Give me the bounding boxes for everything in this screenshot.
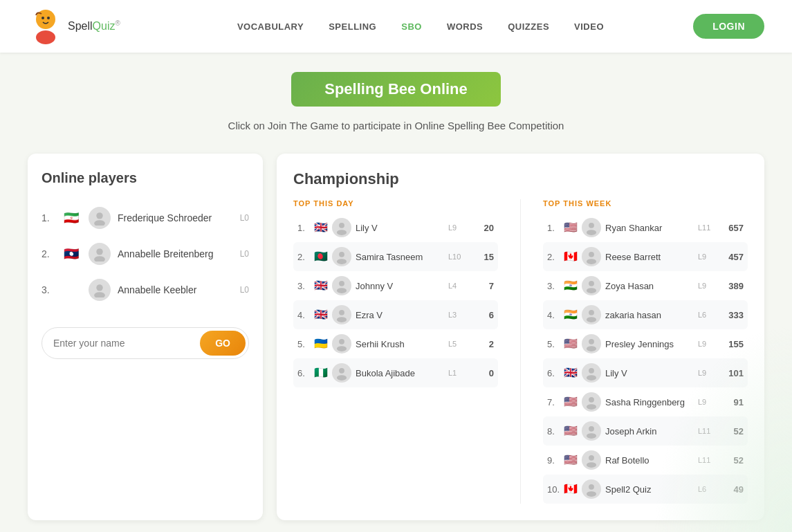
- svg-point-17: [337, 317, 347, 322]
- champ-level: L9: [698, 398, 717, 406]
- champ-avatar: [332, 363, 351, 383]
- championship-row: 10. 🇨🇦 Spell2 Quiz L6 49: [543, 475, 748, 504]
- champ-flag-icon: 🇺🇸: [564, 222, 578, 233]
- championship-row: 7. 🇺🇸 Sasha Ringgenberg L9 91: [543, 387, 748, 416]
- nav-video[interactable]: VIDEO: [574, 21, 604, 32]
- svg-point-28: [589, 310, 594, 315]
- champ-score: 657: [721, 223, 744, 233]
- svg-point-10: [339, 223, 344, 228]
- champ-avatar: [332, 334, 351, 354]
- champ-name: Zoya Hasan: [605, 281, 694, 291]
- champ-rank: 6.: [547, 368, 560, 378]
- champ-rank: 1.: [297, 223, 310, 233]
- champ-name: Bukola Ajibade: [356, 368, 444, 378]
- champ-flag-icon: 🇺🇦: [314, 338, 328, 349]
- champ-score: 155: [721, 339, 744, 349]
- champ-level: L6: [698, 485, 717, 493]
- championship-row: 3. 🇬🇧 Johnny V L4 7: [293, 271, 498, 300]
- champ-score: 15: [472, 252, 494, 262]
- champ-score: 457: [721, 252, 744, 262]
- champ-name: Johnny V: [356, 281, 444, 291]
- champ-score: 6: [472, 310, 494, 320]
- champ-rank: 7.: [547, 397, 560, 407]
- champ-avatar: [582, 479, 601, 499]
- championship-row: 8. 🇺🇸 Joseph Arkin L11 52: [543, 416, 748, 446]
- champ-rank: 2.: [547, 252, 560, 262]
- svg-point-40: [589, 484, 594, 490]
- svg-point-22: [589, 223, 594, 228]
- champ-score: 91: [721, 397, 744, 407]
- svg-point-25: [587, 259, 596, 264]
- championship-row: 6. 🇳🇬 Bukola Ajibade L1 0: [293, 358, 498, 387]
- top-this-week-header: TOP THIS WEEK: [543, 199, 748, 208]
- championship-row: 4. 🇮🇳 zakaria hasan L6 333: [543, 300, 748, 329]
- nav-quizzes[interactable]: QUIZZES: [508, 21, 549, 32]
- player-avatar: [89, 207, 111, 229]
- online-players-list: 1. 🇮🇷 Frederique Schroeder L0 2. 🇱🇦 Anna…: [42, 200, 249, 308]
- nav-words[interactable]: WORDS: [447, 21, 483, 32]
- svg-point-24: [589, 252, 594, 257]
- logo-spell: Spell: [68, 21, 93, 33]
- svg-point-38: [589, 455, 594, 461]
- main-nav: VOCABULARY SPELLING SBO WORDS QUIZZES VI…: [148, 21, 693, 32]
- top-this-day-header: TOP THIS DAY: [293, 199, 498, 208]
- champ-avatar: [332, 218, 351, 237]
- championship-row: 4. 🇬🇧 Ezra V L3 6: [293, 300, 498, 329]
- svg-point-20: [339, 368, 344, 374]
- champ-level: L9: [698, 282, 717, 290]
- champ-flag-icon: 🇮🇳: [564, 309, 578, 320]
- svg-point-1: [36, 30, 55, 44]
- champ-flag-icon: 🇨🇦: [564, 484, 578, 495]
- champ-level: L9: [448, 223, 468, 232]
- svg-point-9: [94, 292, 105, 297]
- nav-sbo[interactable]: SBO: [401, 21, 422, 32]
- nav-vocabulary[interactable]: VOCABULARY: [237, 21, 304, 32]
- svg-point-41: [587, 491, 596, 497]
- player-name: Annabelle Breitenberg: [118, 248, 233, 259]
- svg-point-21: [337, 375, 347, 380]
- champ-level: L3: [448, 311, 468, 319]
- champ-avatar: [332, 305, 351, 324]
- champ-level: L9: [698, 253, 717, 261]
- champ-rank: 5.: [547, 339, 560, 349]
- champ-name: Raf Botello: [605, 455, 694, 466]
- champ-avatar: [332, 276, 351, 295]
- svg-point-29: [587, 317, 596, 322]
- svg-point-33: [587, 375, 596, 380]
- svg-point-27: [587, 288, 596, 293]
- header: SpellQuiz® VOCABULARY SPELLING SBO WORDS…: [0, 0, 792, 53]
- nav-spelling[interactable]: SPELLING: [329, 21, 376, 32]
- player-level: L0: [240, 213, 249, 223]
- go-button[interactable]: GO: [200, 331, 246, 356]
- champ-level: L6: [698, 311, 717, 319]
- login-button[interactable]: LOGIN: [693, 14, 764, 39]
- svg-point-13: [337, 259, 347, 264]
- svg-point-36: [589, 426, 594, 432]
- logo-text: SpellQuiz®: [68, 19, 120, 33]
- champ-avatar: [582, 334, 601, 354]
- champ-name: Ryan Shankar: [605, 223, 694, 233]
- champ-avatar: [582, 276, 601, 295]
- champ-name: Spell2 Quiz: [605, 484, 694, 495]
- champ-rank: 9.: [547, 455, 560, 466]
- svg-point-16: [339, 310, 344, 315]
- svg-point-23: [587, 230, 596, 235]
- player-rank: 1.: [42, 212, 57, 223]
- hero-badge: Spelling Bee Online: [291, 72, 501, 107]
- champ-flag-icon: 🇺🇸: [564, 396, 578, 407]
- championship-row: 6. 🇬🇧 Lily V L9 101: [543, 358, 748, 387]
- champ-score: 52: [721, 455, 744, 466]
- logo: SpellQuiz®: [28, 8, 120, 44]
- svg-point-4: [96, 212, 102, 219]
- championship-columns: TOP THIS DAY 1. 🇬🇧 Lily V L9 20 2. 🇧🇩 Sa…: [293, 199, 748, 504]
- champ-avatar: [332, 247, 351, 266]
- svg-point-8: [96, 284, 102, 291]
- hero-section: Spelling Bee Online Click on Join The Ga…: [0, 53, 792, 147]
- champ-flag-icon: 🇺🇸: [564, 455, 578, 466]
- championship-row: 5. 🇺🇦 Serhii Krush L5 2: [293, 329, 498, 358]
- name-input[interactable]: [42, 328, 197, 358]
- champ-level: L9: [698, 340, 717, 348]
- column-separator: [520, 199, 521, 504]
- championship-row: 2. 🇧🇩 Samira Tasneem L10 15: [293, 242, 498, 271]
- logo-quiz: Quiz: [93, 21, 116, 33]
